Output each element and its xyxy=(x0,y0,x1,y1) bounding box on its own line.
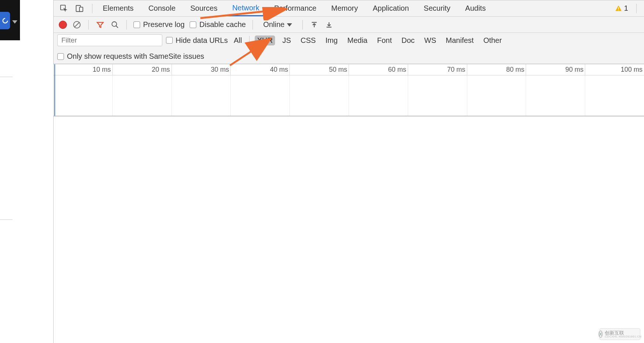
page-dropdown-caret-icon[interactable] xyxy=(12,20,17,24)
checkbox-icon xyxy=(57,53,64,60)
watermark-text-cn: 创新互联 xyxy=(605,330,641,335)
network-filter-bar: Hide data URLs All XHR JS CSS Img Media … xyxy=(54,33,644,64)
network-timeline-overview[interactable]: 10 ms 20 ms 30 ms 40 ms 50 ms 60 ms 70 m… xyxy=(54,64,644,116)
disable-cache-toggle[interactable]: Disable cache xyxy=(190,20,246,29)
watermark-badge: X 创新互联 CDCXHL.4000281601.CN xyxy=(600,328,640,340)
separator xyxy=(252,20,253,30)
devtools-panel: Elements Console Sources Network Perform… xyxy=(54,0,644,343)
samesite-toggle[interactable]: Only show requests with SameSite issues xyxy=(57,52,204,61)
svg-rect-2 xyxy=(79,7,83,11)
tab-memory[interactable]: Memory xyxy=(324,0,365,16)
filter-input[interactable] xyxy=(57,34,162,46)
tick-label: 70 ms xyxy=(447,66,465,74)
tick-label: 30 ms xyxy=(211,66,229,74)
timeline-cursor xyxy=(54,64,55,116)
type-doc[interactable]: Doc xyxy=(399,35,417,45)
separator xyxy=(126,20,127,30)
svg-rect-3 xyxy=(618,7,619,9)
preserve-log-label: Preserve log xyxy=(143,20,184,29)
timeline-grid xyxy=(54,75,644,116)
throttling-selected-value: Online xyxy=(263,20,285,29)
separator xyxy=(92,4,92,13)
timeline-ruler: 10 ms 20 ms 30 ms 40 ms 50 ms 60 ms 70 m… xyxy=(54,64,644,75)
svg-point-7 xyxy=(112,21,117,26)
tab-performance[interactable]: Performance xyxy=(267,0,324,16)
preserve-log-toggle[interactable]: Preserve log xyxy=(133,20,184,29)
type-ws[interactable]: WS xyxy=(422,35,438,45)
device-toolbar-icon[interactable] xyxy=(74,3,85,14)
type-font[interactable]: Font xyxy=(375,35,394,45)
type-manifest[interactable]: Manifest xyxy=(444,35,476,45)
tab-application[interactable]: Application xyxy=(365,0,416,16)
tick-label: 20 ms xyxy=(152,66,170,74)
tick-label: 10 ms xyxy=(93,66,111,74)
checkbox-icon xyxy=(133,21,140,28)
svg-line-6 xyxy=(74,22,79,27)
separator xyxy=(249,36,250,45)
type-css[interactable]: CSS xyxy=(298,35,318,45)
network-request-list xyxy=(54,116,644,343)
type-other[interactable]: Other xyxy=(481,35,504,45)
page-separator xyxy=(0,219,13,220)
devtools-tabs-row: Elements Console Sources Network Perform… xyxy=(54,0,644,17)
inspect-element-icon[interactable] xyxy=(58,3,70,14)
svg-rect-4 xyxy=(618,10,619,10)
page-left-strip xyxy=(0,0,54,343)
tick-label: 50 ms xyxy=(329,66,347,74)
devtools-tabs: Elements Console Sources Network Perform… xyxy=(95,0,493,16)
watermark-logo-icon: X xyxy=(599,330,603,338)
page-separator xyxy=(0,77,13,77)
tick-label: 80 ms xyxy=(506,66,524,74)
checkbox-icon xyxy=(190,21,196,28)
tick-label: 100 ms xyxy=(621,66,643,74)
svg-rect-10 xyxy=(326,27,331,27)
separator xyxy=(88,20,89,30)
tick-label: 90 ms xyxy=(565,66,583,74)
checkbox-icon xyxy=(166,37,173,44)
network-toolbar: Preserve log Disable cache Online xyxy=(54,17,644,33)
search-icon[interactable] xyxy=(110,20,120,30)
resource-type-filter: All XHR JS CSS Img Media Font Doc WS Man… xyxy=(231,35,504,45)
samesite-label: Only show requests with SameSite issues xyxy=(67,52,204,61)
tab-security[interactable]: Security xyxy=(416,0,458,16)
tab-elements[interactable]: Elements xyxy=(95,0,141,16)
type-media[interactable]: Media xyxy=(345,35,369,45)
separator xyxy=(636,4,637,13)
tick-label: 60 ms xyxy=(388,66,406,74)
watermark-text-en: CDCXHL.4000281601.CN xyxy=(605,335,641,338)
type-all[interactable]: All xyxy=(231,35,244,45)
svg-rect-9 xyxy=(312,22,316,23)
tick-label: 40 ms xyxy=(270,66,288,74)
type-img[interactable]: Img xyxy=(323,35,340,45)
separator xyxy=(302,20,303,30)
tab-network[interactable]: Network xyxy=(225,0,267,16)
filter-icon[interactable] xyxy=(95,20,105,30)
type-js[interactable]: JS xyxy=(280,35,293,45)
tab-audits[interactable]: Audits xyxy=(458,0,493,16)
disable-cache-label: Disable cache xyxy=(199,20,246,29)
export-har-icon[interactable] xyxy=(324,20,334,30)
tab-sources[interactable]: Sources xyxy=(183,0,225,16)
hide-data-urls-toggle[interactable]: Hide data URLs xyxy=(166,36,228,45)
issues-badge[interactable]: 1 xyxy=(612,4,631,13)
record-button[interactable] xyxy=(59,21,67,29)
throttling-select[interactable]: Online xyxy=(260,19,296,31)
clear-button[interactable] xyxy=(72,20,82,30)
page-blue-widget[interactable] xyxy=(0,12,10,29)
svg-line-8 xyxy=(116,26,118,28)
tab-console[interactable]: Console xyxy=(141,0,183,16)
issues-count: 1 xyxy=(624,4,628,13)
type-xhr[interactable]: XHR xyxy=(255,35,275,45)
hide-data-urls-label: Hide data URLs xyxy=(176,36,228,45)
import-har-icon[interactable] xyxy=(309,20,319,30)
